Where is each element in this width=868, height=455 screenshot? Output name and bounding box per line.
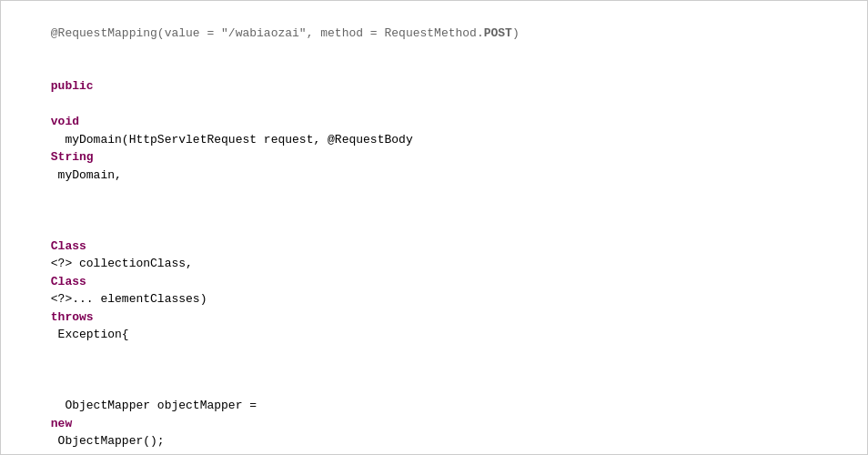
keyword-string: String <box>51 150 94 164</box>
keyword-throws: throws <box>51 310 94 324</box>
main-container: @RequestMapping(value = "/wabiaozai", me… <box>0 0 868 455</box>
keyword-class: Class <box>51 239 86 253</box>
code-line-3: ObjectMapper objectMapper = new ObjectMa… <box>8 379 860 456</box>
code-line-blank <box>8 361 860 379</box>
code-line-annotation: @RequestMapping(value = "/wabiaozai", me… <box>8 6 860 60</box>
code-area: @RequestMapping(value = "/wabiaozai", me… <box>1 1 867 455</box>
keyword-new: new <box>51 417 72 430</box>
annotation-text: @RequestMapping(value = "/wabiaozai", me… <box>51 26 520 40</box>
keyword-void: void <box>51 115 79 128</box>
keyword-class2: Class <box>51 275 86 288</box>
keyword-public: public <box>51 79 94 93</box>
code-line-2: Class <?> collectionClass, Class <?>... … <box>8 202 860 362</box>
code-line-1: public void myDomain(HttpServletRequest … <box>8 60 860 202</box>
